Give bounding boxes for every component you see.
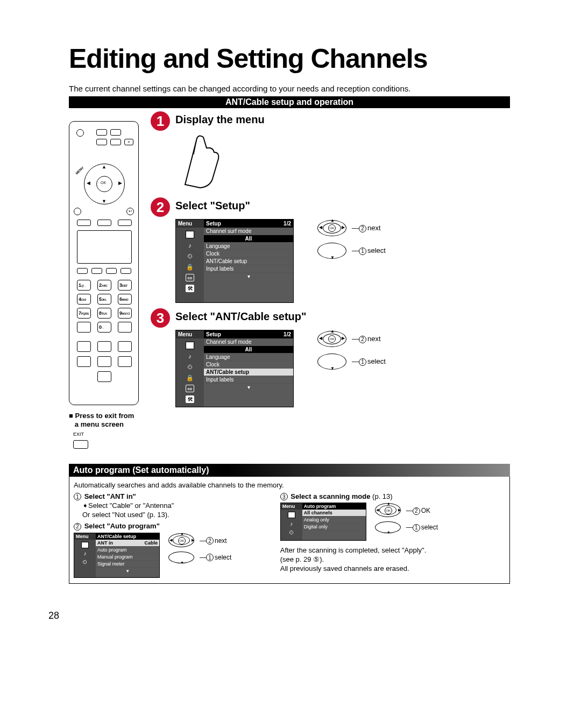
osd-row: Clock — [204, 250, 293, 258]
after-text: (see p. 29 ⑤). — [280, 555, 505, 563]
timer-icon: ⏲ — [186, 252, 194, 260]
keypad-9: 9WXYZ — [118, 308, 132, 319]
step-title: Select "Setup" — [175, 197, 250, 212]
remote-illustration: × MENU ▲ ▼ ◀ ▶ OK ↩ — [69, 121, 139, 405]
music-note-icon: ♪ — [81, 550, 89, 557]
step-1: 1 Display the menu — [151, 111, 510, 192]
osd-row-selected: ANT/Cable setup — [204, 369, 293, 376]
osd-row: All — [204, 346, 293, 354]
osd-row: Channel surf mode — [204, 338, 293, 346]
osd-row: Language — [204, 354, 293, 361]
cc-icon: cc — [186, 274, 194, 281]
remote-button — [77, 341, 91, 352]
osd-row: Digital only — [302, 524, 366, 531]
osd-row: Input labels — [204, 265, 293, 273]
remote-button — [121, 268, 131, 274]
keypad-3: 3DEF — [118, 280, 132, 291]
section-bar-antcable: ANT/Cable setup and operation — [69, 96, 510, 108]
keypad-6: 6MNO — [118, 294, 132, 305]
close-icon: × — [124, 139, 133, 145]
lock-icon: 🔒 — [186, 374, 194, 381]
remote-button — [106, 268, 117, 274]
page-number: 28 — [48, 610, 59, 621]
remote-button — [74, 208, 81, 215]
intro-text: The current channel settings can be chan… — [69, 84, 510, 93]
remote-button — [96, 129, 107, 136]
power-button-icon — [76, 129, 84, 137]
dpad-indicator: OK ▲ ◀ ▶ —2OK ▼ — [374, 503, 438, 534]
osd-more-icon: ▾ — [96, 568, 159, 577]
remote-button — [97, 341, 111, 352]
remote-button — [110, 139, 121, 145]
step-3: 3 Select "ANT/Cable setup" Menu Setup 1/… — [151, 308, 510, 407]
osd-row: Channel surf mode — [204, 228, 293, 235]
dpad: ▲ ▼ ◀ ▶ OK — [84, 164, 125, 204]
step-number-icon: 2 — [151, 197, 170, 217]
setup-icon: 🛠 — [186, 395, 194, 403]
osd-menu-antcable: Menu Setup 1/2 ♪ ⏲ 🔒 cc 🛠 — [175, 330, 294, 407]
osd-row: Signal meter — [96, 561, 159, 568]
dpad-indicator: OK ▲ ◀ ▶ —2next ▼ —1 — [315, 330, 386, 371]
keypad-8: 8TUV — [97, 308, 111, 319]
auto-desc: Automatically searches and adds availabl… — [74, 481, 505, 489]
osd-row-selected: ANT inCable — [96, 540, 159, 547]
osd-antcable-setup: MenuANT/Cable setup ♪ ⏲ ANT inCable Auto… — [74, 533, 160, 578]
return-icon: ↩ — [126, 208, 134, 215]
picture-icon — [186, 342, 194, 349]
step-title: Select "ANT/Cable setup" — [175, 308, 306, 323]
osd-row: Input labels — [204, 376, 293, 384]
section-bar-autoprogram: Auto program (Set automatically) — [69, 464, 510, 477]
osd-more-icon: ▾ — [204, 384, 293, 407]
remote-button — [118, 322, 132, 333]
keypad-5: 5JKL — [97, 294, 111, 305]
osd-auto-program: MenuAuto program ♪ ⏲ All channels Analog… — [280, 503, 366, 541]
menu-label: MENU — [75, 166, 84, 175]
remote-button — [91, 268, 102, 274]
picture-icon — [186, 231, 194, 238]
step-number-icon: 1 — [151, 111, 170, 131]
remote-button — [96, 139, 107, 145]
auto-program-section: Auto program (Set automatically) Automat… — [69, 464, 510, 584]
keypad-0: 0- . — [97, 322, 111, 333]
osd-row: Auto program — [96, 547, 159, 554]
remote-button — [77, 268, 88, 274]
osd-row: ANT/Cable setup — [204, 258, 293, 265]
picture-icon — [81, 542, 89, 548]
remote-button — [77, 220, 91, 226]
remote-button — [118, 341, 132, 352]
remote-button — [118, 356, 132, 367]
timer-icon: ⏲ — [186, 363, 194, 371]
page-title: Editing and Setting Channels — [69, 43, 510, 74]
timer-icon: ⏲ — [288, 529, 295, 535]
remote-button — [97, 220, 111, 226]
keypad-4: 4GHI — [77, 294, 91, 305]
osd-row: Language — [204, 243, 293, 250]
keypad-1: 1@ . — [77, 280, 91, 291]
remote-button — [97, 356, 111, 367]
after-text: After the scanning is completed, select … — [280, 546, 505, 554]
osd-row: Clock — [204, 361, 293, 369]
cc-icon: cc — [186, 385, 194, 392]
remote-button — [77, 356, 91, 367]
music-note-icon: ♪ — [186, 242, 194, 249]
step-number-icon: 3 — [151, 308, 170, 328]
picture-icon — [288, 512, 295, 518]
osd-row: All — [204, 235, 293, 243]
remote-button — [77, 322, 91, 333]
remote-button — [110, 129, 121, 136]
osd-more-icon — [302, 531, 366, 540]
dpad-indicator: OK ▲ ◀ ▶ —2next ▼ — [167, 533, 231, 564]
keypad-2: 2ABC — [97, 280, 111, 291]
timer-icon: ⏲ — [81, 559, 89, 566]
osd-more-icon: ▾ — [204, 273, 293, 302]
after-text: All previously saved channels are erased… — [280, 564, 505, 572]
osd-row: Manual program — [96, 554, 159, 561]
osd-row: Analog only — [302, 517, 366, 524]
dpad-indicator: OK ▲ ◀ ▶ —2next ▼ —1 — [315, 219, 386, 260]
exit-note: Press to exit from a menu screen EXIT — [69, 412, 144, 449]
music-note-icon: ♪ — [186, 352, 194, 360]
keypad-7: 7PQRS — [77, 308, 91, 319]
osd-menu-setup: Menu Setup 1/2 ♪ ⏲ 🔒 cc 🛠 — [175, 219, 294, 303]
osd-row-selected: All channels — [302, 510, 366, 517]
lock-icon: 🔒 — [186, 263, 194, 271]
